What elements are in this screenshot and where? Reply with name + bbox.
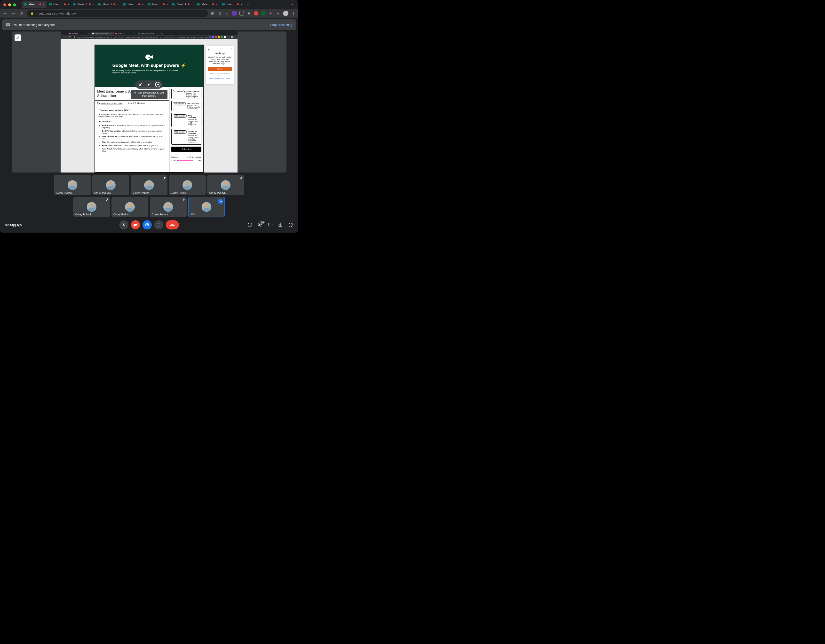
forward-button[interactable]: →	[11, 11, 17, 15]
tab-title: Meet - hir-u	[127, 3, 137, 6]
browser-tab[interactable]: Meet - hir-u×	[195, 1, 219, 8]
people-button[interactable]: 10	[257, 222, 263, 227]
tab-close-icon[interactable]: ×	[216, 3, 218, 6]
shared-browser-tab: Products×	[68, 32, 91, 35]
extension-3-icon[interactable]: ◉	[247, 11, 251, 15]
back-button[interactable]: ←	[2, 11, 8, 15]
host-controls-button[interactable]	[288, 222, 293, 227]
end-call-button[interactable]	[166, 220, 179, 229]
presenting-banner: You're presenting to everyone Stop prese…	[2, 19, 296, 30]
meet-favicon-icon	[73, 3, 77, 6]
feature-item: Sort Participant List: adds toggle to th…	[102, 130, 166, 134]
recording-indicator-icon	[237, 3, 239, 5]
product-author[interactable]: Meet Enhancement Suite	[95, 100, 125, 106]
mute-audio-icon[interactable]	[147, 82, 152, 87]
svg-rect-16	[184, 198, 184, 200]
browser-tab[interactable]: Meet - hir-u×	[219, 1, 244, 8]
window-maximize[interactable]	[13, 3, 16, 6]
headsup-link[interactable]: SEE A CODE WE DON'T HAVE?	[208, 77, 232, 79]
svg-rect-29	[281, 225, 282, 227]
present-button[interactable]	[142, 220, 152, 229]
stop-presenting-button[interactable]: Stop presenting	[270, 23, 292, 27]
tab-overflow-button[interactable]	[289, 3, 296, 6]
avatar-icon	[125, 202, 135, 212]
edit-layout-button[interactable]	[14, 34, 21, 41]
address-bar[interactable]: 🔒 meet.google.com/hir-utjq-tgy	[27, 10, 208, 17]
price-option[interactable]: $280 a monthFifty LicensesActivate Pro f…	[171, 113, 201, 127]
browser-tab[interactable]: Meet - hir-u×	[46, 1, 71, 8]
extension-5-icon[interactable]	[261, 11, 266, 15]
svg-point-24	[261, 224, 262, 225]
extension-1-icon[interactable]	[232, 11, 236, 15]
headsup-close-icon[interactable]: ×	[231, 47, 232, 49]
subscribe-button[interactable]: Subscribe	[171, 147, 201, 152]
star-icon[interactable]: ☆	[225, 11, 229, 15]
pin-icon[interactable]	[138, 82, 143, 87]
browser-tab[interactable]: Meet - hir-u×	[71, 1, 96, 8]
pricing-sidebar: $7 a monthSingle LicenseActivate Pro fea…	[169, 87, 203, 172]
product-description: ** Purchase yearly and save 20% ** By up…	[95, 106, 169, 156]
price-option[interactable]: $525 a monthUnlimited LicensesActivate P…	[171, 129, 201, 145]
headsup-gotit-button[interactable]: Got it!	[208, 66, 232, 71]
menu-list-icon[interactable]: ≡	[276, 11, 280, 15]
participant-tile[interactable]: Corey Pollock	[131, 175, 167, 195]
window-traffic-lights	[3, 3, 16, 6]
participant-tile[interactable]: Corey Pollock	[169, 175, 206, 195]
feature-item: Auto Admit New Entrants: Automatically a…	[102, 148, 166, 152]
tab-title: Meet - hir-u	[202, 3, 211, 6]
participant-name: Corey Pollock	[56, 191, 73, 194]
product-rating: ★★★★⯨ 64 ratings	[125, 100, 148, 106]
window-close[interactable]	[3, 3, 6, 6]
tab-close-icon[interactable]: ×	[43, 3, 45, 6]
svg-rect-2	[73, 3, 76, 6]
participant-self[interactable]: You⋯	[188, 197, 225, 217]
participant-name: Corey Pollock	[75, 213, 92, 216]
browser-tab[interactable]: Meet - hir-u×	[96, 1, 121, 8]
new-tab-button[interactable]: +	[244, 2, 251, 6]
tab-close-icon[interactable]: ×	[67, 3, 69, 6]
profile-avatar[interactable]	[283, 11, 289, 16]
recording-indicator-icon	[89, 3, 91, 5]
tab-close-icon[interactable]: ×	[191, 3, 193, 6]
participant-tile[interactable]: Corey Pollock	[207, 175, 244, 195]
tab-close-icon[interactable]: ×	[117, 3, 119, 6]
mic-button[interactable]	[119, 220, 128, 229]
extension-2-icon[interactable]	[239, 11, 244, 15]
reload-button[interactable]: ⟳	[19, 11, 25, 16]
cast-icon[interactable]: ▣	[210, 11, 215, 15]
tab-close-icon[interactable]: ×	[142, 3, 144, 6]
browser-tab[interactable]: Meet - hir-u×	[170, 1, 195, 8]
browser-tab[interactable]: Meet - hir-u×	[121, 1, 145, 8]
svg-rect-3	[98, 3, 100, 6]
chat-button[interactable]	[267, 222, 273, 227]
tab-close-icon[interactable]: ×	[92, 3, 94, 6]
more-options-button[interactable]: ⋮	[154, 220, 163, 229]
activities-button[interactable]	[278, 222, 283, 227]
participant-tile[interactable]: Corey Pollock	[150, 197, 187, 217]
extension-4-icon[interactable]	[254, 11, 258, 15]
camera-button[interactable]	[131, 220, 140, 229]
price-option[interactable]: $7 a monthSingle LicenseActivate Pro fea…	[171, 89, 201, 99]
remove-icon[interactable]	[155, 82, 161, 87]
browser-tab[interactable]: Meet - hir-u×	[145, 1, 170, 8]
more-actions-icon[interactable]: ⋯	[218, 199, 223, 204]
participant-tile[interactable]: Corey Pollock	[73, 197, 110, 217]
browser-tab[interactable]: Meet - hir-u×	[22, 1, 46, 8]
participant-name: You	[190, 213, 195, 215]
extensions-puzzle-icon[interactable]: ✦	[269, 11, 273, 15]
headsup-dismiss-text: We won't show this again for an hour	[208, 73, 232, 77]
tab-strip: Meet - hir-u×Meet - hir-u×Meet - hir-u×M…	[0, 0, 298, 9]
main-stage: Products×Meet Enhancement Suite Pro×Anal…	[0, 31, 298, 217]
tab-close-icon[interactable]: ×	[166, 3, 168, 6]
info-button[interactable]	[247, 222, 253, 227]
participant-tile[interactable]: Corey Pollock	[92, 175, 129, 195]
tab-close-icon[interactable]: ×	[240, 3, 243, 6]
window-minimize[interactable]	[8, 3, 11, 6]
kebab-menu-icon[interactable]: ⋮	[291, 11, 296, 15]
share-icon[interactable]	[218, 11, 222, 15]
extension-icons: ▣ ☆ ◉ ✦ ≡ ⋮	[210, 11, 296, 16]
participant-tile[interactable]: Corey Pollock	[54, 175, 91, 195]
participant-tile[interactable]: Corey Pollock	[111, 197, 148, 217]
price-option[interactable]: $60 a monthTen LicensesActivate Pro feat…	[171, 101, 201, 111]
price-badge: $7 a month	[173, 90, 185, 93]
